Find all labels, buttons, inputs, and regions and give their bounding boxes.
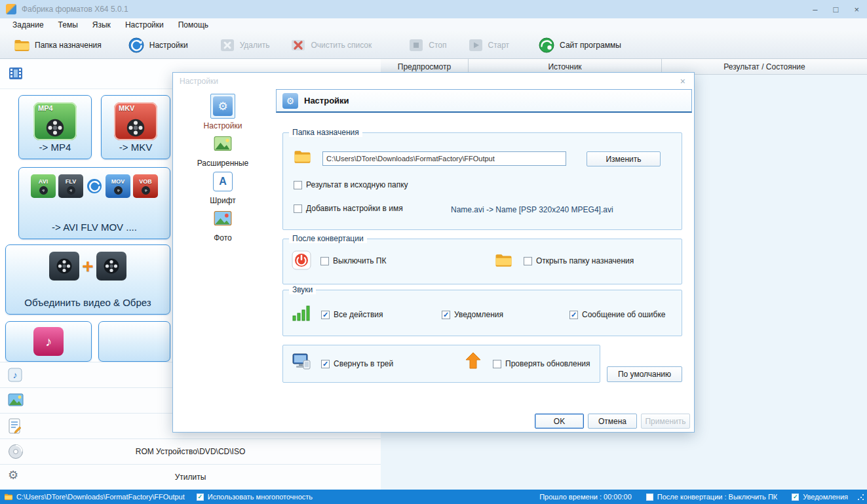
after-conversion-legend: После конвертации: [289, 234, 367, 243]
settings-button[interactable]: Настройки: [122, 33, 194, 57]
start-button[interactable]: Старт: [462, 34, 516, 56]
checkbox-label: Использовать многопоточность: [208, 493, 313, 501]
apply-button[interactable]: Применить: [641, 414, 690, 429]
checkbox-shutdown-after[interactable]: После конвертации : Выключить ПК: [646, 493, 777, 501]
checkbox-label: Добавить настройки в имя: [306, 204, 403, 213]
mov-icon: MOV: [106, 174, 130, 198]
close-button[interactable]: ×: [854, 5, 859, 14]
clear-list-label: Очистить список: [311, 41, 372, 50]
checkbox-box: [646, 494, 653, 501]
join-video-button[interactable]: + Объединить видео & Обрез: [5, 244, 170, 315]
dialog-close-icon[interactable]: ×: [680, 76, 685, 87]
menu-settings[interactable]: Настройки: [118, 19, 171, 31]
checkbox-shutdown-pc[interactable]: Выключить ПК: [320, 256, 386, 265]
utilities-category-row[interactable]: ⚙ Утилиты: [0, 464, 381, 490]
checkbox-label: Проверять обновления: [505, 359, 590, 368]
dest-folder-button[interactable]: Папка назначения: [8, 35, 107, 56]
menu-language[interactable]: Язык: [85, 19, 118, 31]
mp4-tag: MP4: [38, 104, 53, 112]
convert-to-mkv-button[interactable]: MKV -> MKV: [101, 95, 170, 159]
after-conversion-group: После конвертации Выключить ПК Открыть п…: [282, 239, 682, 284]
utilities-category-label: Утилиты: [0, 465, 381, 490]
checkbox-notifications-status[interactable]: Уведомления: [792, 493, 848, 501]
ok-button[interactable]: OK: [535, 414, 584, 429]
dest-path-input[interactable]: [322, 151, 566, 166]
clear-list-button[interactable]: Очистить список: [284, 34, 377, 56]
checkbox-check-updates[interactable]: Проверять обновления: [493, 359, 590, 368]
audio-category-icon: ♪: [8, 367, 22, 383]
extra-format-button[interactable]: [98, 321, 170, 362]
website-button[interactable]: Сайт программы: [532, 33, 627, 57]
checkbox-all-actions[interactable]: Все действия: [321, 310, 383, 319]
folder-icon: [495, 252, 512, 268]
checkbox-box: [493, 360, 501, 368]
checkbox-label: Результат в исходную папку: [306, 180, 408, 189]
checkbox-multithread[interactable]: Использовать многопоточность: [197, 493, 313, 501]
film-clip-icon: [49, 252, 79, 281]
website-icon: [538, 37, 555, 54]
convert-to-mp4-button[interactable]: MP4 -> MP4: [18, 95, 92, 159]
dialog-nav-settings[interactable]: ⚙ Настройки: [173, 94, 273, 130]
menu-task[interactable]: Задание: [5, 19, 51, 31]
avi-icon: AVI: [31, 174, 56, 198]
minimize-button[interactable]: –: [813, 5, 817, 14]
video-category-icon: [8, 66, 24, 81]
resize-grip[interactable]: [857, 494, 864, 501]
mkv-icon: MKV: [114, 102, 157, 140]
misc-group: Свернуть в трей Проверять обновления: [282, 345, 600, 383]
checkbox-box: [320, 257, 329, 265]
dialog-nav-advanced[interactable]: Расширенные: [173, 132, 273, 168]
default-settings-button[interactable]: По умолчанию: [607, 366, 682, 382]
clear-list-icon: [290, 37, 306, 53]
checkbox-result-to-source[interactable]: Результат в исходную папку: [294, 180, 408, 189]
mp4-icon: MP4: [33, 102, 77, 140]
menu-help[interactable]: Помощь: [171, 19, 216, 31]
checkbox-box: [524, 257, 532, 265]
settings-dialog: Настройки × ⚙ Настройки Расширенные А Шр…: [172, 72, 695, 433]
menu-themes[interactable]: Темы: [51, 19, 85, 31]
dest-folder-legend: Папка назначения: [289, 128, 362, 137]
settings-icon: [128, 37, 145, 54]
dialog-nav-font[interactable]: А Шрифт: [173, 170, 273, 205]
dialog-nav-photo[interactable]: Фото: [173, 206, 273, 242]
film-reel-icon: [126, 118, 145, 138]
checkbox-label: Сообщение об ошибке: [582, 310, 665, 319]
window-title: Фабрика форматов X64 5.0.1: [22, 5, 128, 14]
svg-text:♪: ♪: [13, 370, 18, 380]
dialog-header-title: Настройки: [304, 96, 349, 106]
checkbox-box: [569, 311, 578, 319]
checkbox-notifications[interactable]: Уведомления: [442, 310, 503, 319]
tray-icon: [292, 352, 311, 372]
dialog-title: Настройки: [180, 77, 218, 86]
stop-button[interactable]: Стоп: [402, 34, 452, 56]
dest-folder-label: Папка назначения: [35, 41, 102, 50]
rom-category-row[interactable]: ROM Устройство\DVD\CD\ISO: [0, 438, 381, 464]
mkv-button-label: -> MKV: [119, 142, 152, 153]
checkbox-box: [294, 204, 302, 213]
power-icon: [292, 250, 311, 270]
maximize-button[interactable]: □: [834, 5, 839, 14]
cancel-button[interactable]: Отмена: [588, 414, 637, 429]
film-reel-icon: [45, 118, 65, 138]
folder-icon: [294, 149, 311, 165]
checkbox-open-dest-folder[interactable]: Открыть папку назначения: [524, 256, 634, 265]
dialog-nav-font-label: Шрифт: [173, 196, 273, 205]
dialog-nav-settings-label: Настройки: [173, 121, 273, 130]
window-controls: – □ ×: [813, 0, 859, 18]
music-video-button[interactable]: ♪: [5, 321, 92, 362]
mkv-tag: MKV: [119, 104, 134, 112]
stop-label: Стоп: [429, 41, 446, 50]
convert-to-avi-flv-mov-button[interactable]: AVI FLV MOV VOB -> AVI FLV MOV ....: [18, 167, 170, 239]
checkbox-label: Уведомления: [803, 493, 848, 501]
app-icon: [6, 4, 16, 14]
delete-button[interactable]: Удалить: [214, 34, 276, 56]
update-arrow-icon: [465, 351, 482, 370]
checkbox-box: [792, 494, 799, 501]
change-folder-button[interactable]: Изменить: [587, 151, 661, 166]
checkbox-box: [197, 494, 204, 501]
folder-icon: [14, 38, 30, 52]
checkbox-error-message[interactable]: Сообщение об ошибке: [569, 310, 665, 319]
music-video-icon: ♪: [33, 327, 64, 356]
checkbox-add-settings-to-name[interactable]: Добавить настройки в имя: [294, 204, 403, 213]
checkbox-minimize-to-tray[interactable]: Свернуть в трей: [321, 359, 393, 368]
